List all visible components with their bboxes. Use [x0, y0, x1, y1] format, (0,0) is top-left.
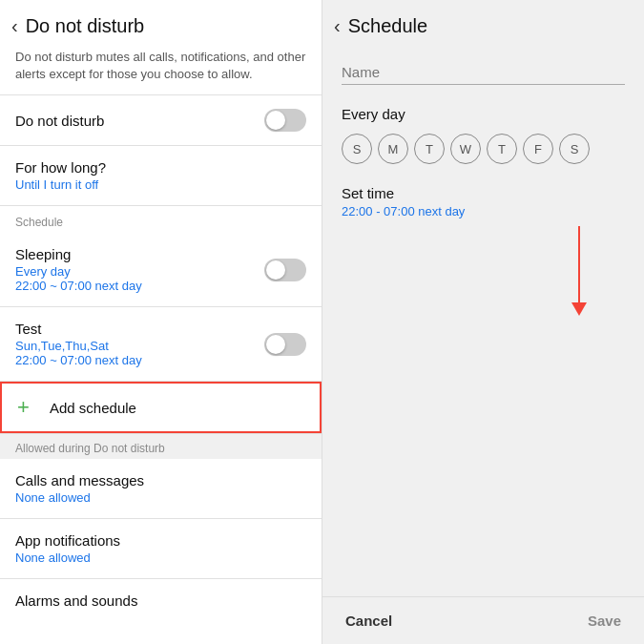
dnd-toggle-item[interactable]: Do not disturb [0, 95, 322, 145]
set-time-value: 22:00 - 07:00 next day [342, 204, 625, 218]
allowed-section-label: Allowed during Do not disturb [0, 434, 322, 459]
right-panel: ‹ Schedule Every day S M T W T F S Set t… [322, 0, 644, 644]
calls-sub: None allowed [15, 490, 306, 505]
day-saturday[interactable]: S [559, 134, 590, 164]
name-input[interactable] [342, 60, 625, 85]
description-text: Do not disturb mutes all calls, notifica… [0, 45, 322, 94]
test-toggle[interactable] [264, 333, 306, 356]
alarms-sounds-item[interactable]: Alarms and sounds [0, 579, 322, 622]
schedule-content: Every day S M T W T F S Set time 22:00 -… [322, 45, 644, 596]
left-panel: ‹ Do not disturb Do not disturb mutes al… [0, 0, 322, 644]
test-sub: Sun,Tue,Thu,Sat 22:00 ~ 07:00 next day [15, 339, 142, 367]
test-item[interactable]: Test Sun,Tue,Thu,Sat 22:00 ~ 07:00 next … [0, 307, 322, 381]
name-field-container [322, 45, 644, 93]
cancel-button[interactable]: Cancel [345, 613, 392, 629]
day-thursday[interactable]: T [487, 134, 517, 164]
schedule-section-label: Schedule [0, 206, 322, 233]
back-arrow-icon[interactable]: ‹ [11, 15, 18, 37]
sleeping-toggle[interactable] [264, 259, 306, 281]
bottom-actions: Cancel Save [322, 596, 644, 644]
days-row: S M T W T F S [322, 130, 644, 176]
app-notif-label: App notifications [15, 532, 306, 549]
dnd-toggle[interactable] [264, 109, 306, 132]
test-label: Test [15, 321, 142, 337]
red-arrow [571, 226, 587, 316]
app-notifications-item[interactable]: App notifications None allowed [0, 519, 322, 578]
plus-icon: + [17, 397, 38, 418]
schedule-title: Schedule [348, 15, 427, 37]
sleeping-item[interactable]: Sleeping Every day 22:00 ~ 07:00 next da… [0, 233, 322, 306]
day-wednesday[interactable]: W [450, 134, 481, 164]
for-how-long-label: For how long? [15, 159, 106, 176]
day-friday[interactable]: F [523, 134, 553, 164]
arrow-head [571, 302, 587, 316]
calls-label: Calls and messages [15, 472, 306, 488]
add-schedule-label: Add schedule [50, 400, 136, 416]
arrow-line [578, 226, 580, 302]
set-time-container[interactable]: Set time 22:00 - 07:00 next day [322, 176, 644, 226]
day-tuesday[interactable]: T [414, 134, 445, 164]
set-time-label: Set time [342, 185, 625, 201]
arrow-indicator [322, 226, 644, 344]
day-monday[interactable]: M [378, 134, 408, 164]
for-how-long-sub: Until I turn it off [15, 177, 106, 192]
calls-messages-item[interactable]: Calls and messages None allowed [0, 459, 322, 518]
app-notif-sub: None allowed [15, 551, 306, 565]
for-how-long-item[interactable]: For how long? Until I turn it off [0, 146, 322, 205]
day-sunday[interactable]: S [342, 134, 372, 164]
page-title: Do not disturb [26, 15, 145, 37]
save-button[interactable]: Save [588, 613, 621, 629]
sleeping-sub: Every day 22:00 ~ 07:00 next day [15, 264, 142, 293]
right-back-arrow-icon[interactable]: ‹ [334, 15, 341, 37]
right-header: ‹ Schedule [322, 0, 644, 45]
every-day-label: Every day [322, 93, 644, 130]
dnd-label: Do not disturb [15, 113, 104, 129]
sleeping-label: Sleeping [15, 246, 142, 262]
left-header: ‹ Do not disturb [0, 0, 322, 45]
add-schedule-button[interactable]: + Add schedule [0, 382, 322, 433]
alarms-label: Alarms and sounds [15, 592, 306, 609]
